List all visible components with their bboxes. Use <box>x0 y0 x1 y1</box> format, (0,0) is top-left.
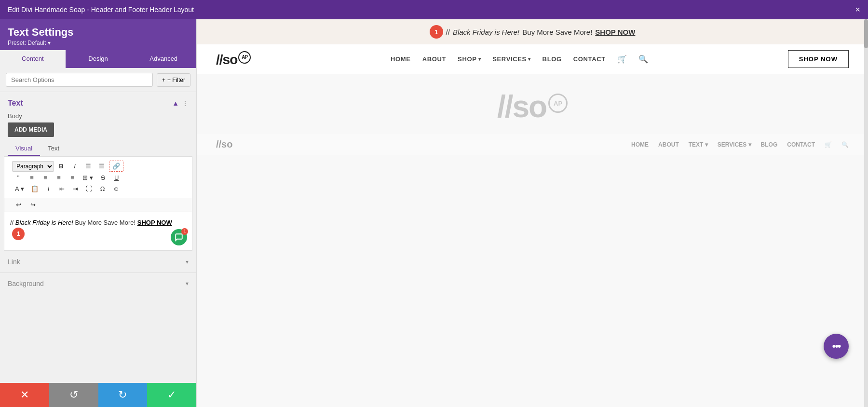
background-collapse-icon: ▾ <box>186 280 189 287</box>
tab-text[interactable]: Text <box>40 142 67 156</box>
nav-link-about[interactable]: ABOUT <box>422 55 446 63</box>
sec-search: 🔍 <box>841 141 849 148</box>
paste-button[interactable]: 📋 <box>28 184 41 194</box>
shop-now-button[interactable]: SHOP NOW <box>788 50 849 68</box>
secondary-logo: //so <box>216 139 232 150</box>
italic-small-button[interactable]: I <box>42 184 55 194</box>
numbered-list-button[interactable]: ☰ <box>95 161 108 171</box>
fab-button[interactable]: ••• <box>824 334 849 359</box>
section-collapse-icon[interactable]: ▲ <box>172 99 179 107</box>
nav-link-home[interactable]: HOME <box>391 55 411 63</box>
announce-badge: 1 <box>430 25 443 39</box>
undo-button[interactable]: ↩ <box>12 200 25 210</box>
undo-bottom-button[interactable]: ↺ <box>49 383 98 407</box>
text-section-header: Text ▲ ⋮ <box>0 92 196 112</box>
quote-button[interactable]: " <box>12 173 25 183</box>
fullscreen-button[interactable]: ⛶ <box>83 184 95 194</box>
section-menu-icon[interactable]: ⋮ <box>182 99 189 107</box>
add-media-button[interactable]: ADD MEDIA <box>8 122 54 137</box>
indent-decrease-button[interactable]: ⇤ <box>56 184 68 194</box>
panel-title: Text Settings <box>8 26 189 39</box>
toolbar-row-3: A ▾ 📋 I ⇤ ⇥ ⛶ Ω ☺ <box>12 184 184 194</box>
nav-link-contact[interactable]: CONTACT <box>573 55 606 63</box>
section-title-text: Text <box>8 99 23 108</box>
sec-text: TEXT ▾ <box>689 141 708 148</box>
tab-visual[interactable]: Visual <box>8 142 40 156</box>
background-section: Background ▾ <box>0 272 196 294</box>
logo-text: //so <box>216 52 237 67</box>
scrollbar-track <box>864 19 868 407</box>
chat-badge[interactable]: 1 <box>171 229 187 245</box>
main-layout: Text Settings Preset: Default ▾ Content … <box>0 19 868 407</box>
editor-body[interactable]: // Black Friday is Here! Buy More Save M… <box>4 212 192 251</box>
indent-increase-button[interactable]: ⇥ <box>69 184 82 194</box>
cart-icon[interactable]: 🛒 <box>617 54 627 64</box>
italic-button[interactable]: I <box>68 161 81 171</box>
nav-link-services[interactable]: SERVICES ▾ <box>492 55 530 63</box>
bullet-list-button[interactable]: ☰ <box>82 161 95 171</box>
editor-italic-text: Black Friday is Here! <box>15 219 73 226</box>
redo-button[interactable]: ↪ <box>27 200 39 210</box>
tab-content[interactable]: Content <box>0 50 66 68</box>
editor-prefix: // <box>10 219 15 226</box>
hero-area: //soAP //so HOME ABOUT TEXT ▾ SERVICES ▾… <box>197 74 868 407</box>
announce-link: SHOP NOW <box>595 28 635 36</box>
editor-normal-text: Buy More Save More! <box>73 219 137 226</box>
scrollbar-thumb[interactable] <box>864 19 868 48</box>
fab-dots-icon: ••• <box>832 340 840 353</box>
save-button[interactable]: ✓ <box>147 383 196 407</box>
align-right-button[interactable]: ≡ <box>53 173 65 183</box>
sec-services: SERVICES ▾ <box>718 141 751 148</box>
logo-circle: AP <box>238 51 251 64</box>
align-center-button[interactable]: ≡ <box>39 173 52 183</box>
editor-toolbar: Paragraph B I ☰ ☰ 🔗 " ≡ ≡ ≡ ≡ ⊞ ▾ S U <box>4 156 192 198</box>
strikethrough-button[interactable]: S <box>97 173 109 183</box>
body-label: Body <box>0 112 196 122</box>
sec-home: HOME <box>631 141 649 148</box>
announcement-bar: 1 // Black Friday is Here! Buy More Save… <box>197 19 868 44</box>
title-bar: Edit Divi Handmade Soap - Header and Foo… <box>0 0 868 19</box>
sec-cart: 🛒 <box>825 141 832 148</box>
color-button[interactable]: A ▾ <box>12 184 27 194</box>
search-icon[interactable]: 🔍 <box>638 54 648 64</box>
link-section-header[interactable]: Link ▾ <box>8 251 189 272</box>
table-button[interactable]: ⊞ ▾ <box>80 173 96 183</box>
link-collapse-icon: ▾ <box>186 258 189 265</box>
background-section-header[interactable]: Background ▾ <box>8 273 189 294</box>
preview-panel: 1 // Black Friday is Here! Buy More Save… <box>197 19 868 407</box>
special-char-button[interactable]: Ω <box>96 184 109 194</box>
editor-tabs: Visual Text <box>8 142 189 156</box>
nav-link-shop[interactable]: SHOP ▾ <box>458 55 481 63</box>
nav-links: HOME ABOUT SHOP ▾ SERVICES ▾ BLOG CONTAC… <box>391 54 648 64</box>
bottom-bar: ✕ ↺ ↻ ✓ <box>0 383 196 407</box>
panel-preset[interactable]: Preset: Default ▾ <box>8 40 189 46</box>
hero-circle: AP <box>548 94 568 113</box>
bold-button[interactable]: B <box>55 161 68 171</box>
redo-bottom-button[interactable]: ↻ <box>98 383 148 407</box>
toolbar-row-1: Paragraph B I ☰ ☰ 🔗 <box>12 161 184 172</box>
filter-button[interactable]: + + Filter <box>157 73 190 87</box>
panel-header: Text Settings Preset: Default ▾ <box>0 19 196 50</box>
announce-prefix: // <box>446 28 450 36</box>
window-title: Edit Divi Handmade Soap - Header and Foo… <box>8 6 194 14</box>
tab-design[interactable]: Design <box>66 50 131 68</box>
filter-icon: + <box>162 77 165 83</box>
website-preview: 1 // Black Friday is Here! Buy More Save… <box>197 19 868 407</box>
panel-tabs: Content Design Advanced <box>0 50 196 68</box>
cancel-button[interactable]: ✕ <box>0 383 49 407</box>
announce-italic: Black Friday is Here! <box>453 28 519 36</box>
paragraph-select[interactable]: Paragraph <box>12 161 54 172</box>
search-input[interactable] <box>6 73 153 87</box>
tab-advanced[interactable]: Advanced <box>131 50 196 68</box>
nav-bar: //soAP HOME ABOUT SHOP ▾ SERVICES ▾ BLOG… <box>197 44 868 74</box>
nav-link-blog[interactable]: BLOG <box>542 55 562 63</box>
emoji-button[interactable]: ☺ <box>110 184 122 194</box>
align-justify-button[interactable]: ≡ <box>66 173 79 183</box>
align-left-button[interactable]: ≡ <box>26 173 38 183</box>
close-button[interactable]: × <box>855 5 860 15</box>
link-button[interactable]: 🔗 <box>109 161 123 172</box>
panel-content: Text ▲ ⋮ Body ADD MEDIA Visual Text Para… <box>0 92 196 383</box>
underline-button[interactable]: U <box>110 173 123 183</box>
notification-badge: 1 <box>12 228 25 240</box>
editor-link-text: SHOP NOW <box>137 219 172 226</box>
